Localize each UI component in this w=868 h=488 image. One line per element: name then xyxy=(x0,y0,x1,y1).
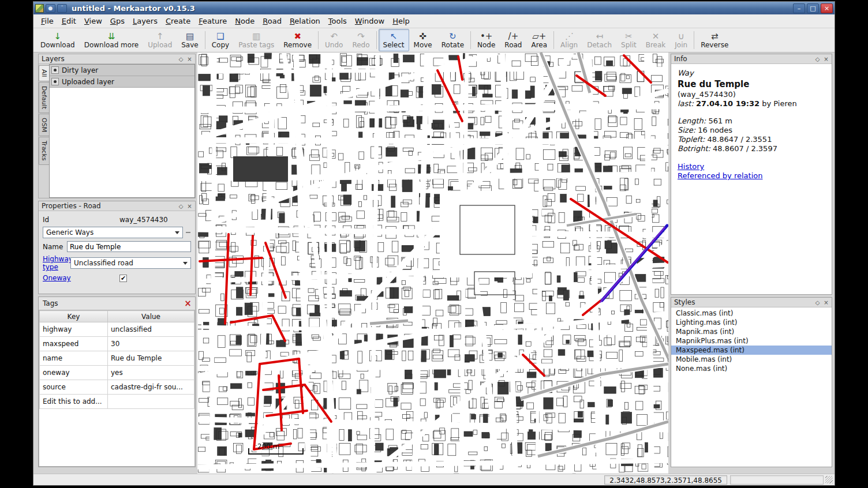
tag-key[interactable]: oneway xyxy=(40,366,108,380)
tags-panel-title: Tags xyxy=(43,299,58,307)
minimize-button[interactable]: – xyxy=(793,3,805,13)
tag-key[interactable]: source xyxy=(40,380,108,395)
window-menu-button[interactable]: ● xyxy=(46,4,55,13)
menu-tools[interactable]: Tools xyxy=(324,15,351,27)
rotate-tool-button[interactable]: ↻ Rotate xyxy=(437,29,469,51)
menu-help[interactable]: Help xyxy=(388,15,414,27)
copy-button[interactable]: ❑ Copy xyxy=(207,29,234,51)
redo-icon: ↷ xyxy=(357,32,365,42)
title-bar[interactable]: ● ˆ untitled - Merkaartor v0.15.3 – □ × xyxy=(33,2,835,14)
styles-item-mobile[interactable]: Mobile.mas (int) xyxy=(671,355,832,364)
tag-row-add[interactable]: Edit this to add... xyxy=(40,395,194,409)
menu-create[interactable]: Create xyxy=(162,15,194,27)
layers-tab-tracks[interactable]: Tracks xyxy=(39,137,49,165)
highway-type-combo[interactable]: Unclassified road xyxy=(70,257,191,269)
referenced-by-relation-link[interactable]: Referenced by relation xyxy=(678,171,825,181)
dock-float-icon[interactable]: ◇ xyxy=(813,298,822,306)
tag-value[interactable]: cadastre-dgi-fr sou... xyxy=(108,380,194,395)
styles-item-mapnik[interactable]: Mapnik.mas (int) xyxy=(671,327,832,336)
menu-node[interactable]: Node xyxy=(231,15,259,27)
layers-tab-default[interactable]: Default xyxy=(39,82,49,113)
dock-close-icon[interactable]: × xyxy=(185,55,194,63)
menu-view[interactable]: View xyxy=(80,15,106,27)
styles-item-mapnikplus[interactable]: MapnikPlus.mas (int) xyxy=(671,336,832,346)
tag-key[interactable]: maxspeed xyxy=(40,337,108,351)
styles-item-lighting[interactable]: Lighting.mas (int) xyxy=(671,318,832,327)
menu-file[interactable]: File xyxy=(37,15,58,27)
tag-value[interactable]: 30 xyxy=(108,337,194,351)
tags-close-icon[interactable]: × xyxy=(183,299,193,309)
resize-grip[interactable] xyxy=(825,476,833,483)
tag-row-source[interactable]: source cadastre-dgi-fr sou... xyxy=(40,380,194,395)
styles-item-maxspeed[interactable]: Maxspeed.mas (int) xyxy=(671,346,832,355)
tag-key[interactable]: highway xyxy=(40,322,108,337)
tag-key[interactable]: name xyxy=(40,351,108,366)
status-extra-box xyxy=(730,475,824,485)
layer-item-uploaded[interactable]: Uploaded layer xyxy=(50,76,194,88)
tag-value[interactable]: unclassified xyxy=(108,322,194,337)
road-tool-button[interactable]: /+ Road xyxy=(500,29,526,51)
download-button[interactable]: ↓ Download xyxy=(36,29,80,51)
styles-item-none[interactable]: None.mas (int) xyxy=(671,364,832,373)
move-icon: ✜ xyxy=(419,32,426,42)
dock-close-icon[interactable]: × xyxy=(822,55,830,63)
area-tool-button[interactable]: ▱+ Area xyxy=(526,29,552,51)
window-shade-button[interactable]: ˆ xyxy=(57,4,67,13)
menu-window[interactable]: Window xyxy=(351,15,388,27)
move-label: Move xyxy=(414,42,432,49)
upload-button: ↑ Upload xyxy=(143,29,177,51)
tag-row-maxspeed[interactable]: maxspeed 30 xyxy=(40,337,194,351)
area-label: Area xyxy=(531,42,547,49)
menu-feature[interactable]: Feature xyxy=(194,15,231,27)
maximize-button[interactable]: □ xyxy=(807,3,819,13)
layers-tab-osm[interactable]: OSM xyxy=(39,114,49,136)
styles-item-classic[interactable]: Classic.mas (int) xyxy=(671,309,832,318)
tag-value-empty[interactable] xyxy=(108,395,194,409)
name-input[interactable] xyxy=(67,241,191,252)
layer-visibility-icon[interactable] xyxy=(51,78,59,85)
close-button[interactable]: × xyxy=(821,3,833,13)
tag-value[interactable]: yes xyxy=(108,366,194,380)
reverse-button[interactable]: ⇄ Reverse xyxy=(696,29,733,51)
oneway-link[interactable]: Oneway xyxy=(43,274,119,282)
topleft-value: 48.8647 / 2.3551 xyxy=(708,135,772,144)
tag-row-name[interactable]: name Rue du Temple xyxy=(40,351,194,366)
dock-close-icon[interactable]: × xyxy=(185,202,194,210)
map-view[interactable]: 200 m xyxy=(197,52,668,474)
menu-road[interactable]: Road xyxy=(259,15,286,27)
area-icon: ▱+ xyxy=(532,32,546,42)
tag-value[interactable]: Rue du Temple xyxy=(108,351,194,366)
menu-edit[interactable]: Edit xyxy=(58,15,80,27)
map-canvas[interactable] xyxy=(197,52,668,474)
history-link[interactable]: History xyxy=(678,162,825,171)
node-tool-button[interactable]: •+ Node xyxy=(473,29,500,51)
layer-visibility-icon[interactable] xyxy=(51,66,59,74)
save-button[interactable]: ▤ Save xyxy=(177,29,203,51)
tag-add-placeholder[interactable]: Edit this to add... xyxy=(40,395,108,409)
splitter-dash xyxy=(186,232,190,233)
dock-close-icon[interactable]: × xyxy=(822,298,830,306)
tag-row-oneway[interactable]: oneway yes xyxy=(40,366,194,380)
rotate-icon: ↻ xyxy=(449,32,457,42)
menu-gps[interactable]: Gps xyxy=(106,15,129,27)
break-label: Break xyxy=(646,42,666,49)
toolbar-separator xyxy=(694,31,694,49)
download-more-button[interactable]: ⇊ Download more xyxy=(80,29,144,51)
remove-button[interactable]: ✖ Remove xyxy=(279,29,316,51)
scale-label: 200 m xyxy=(257,442,304,451)
menu-layers[interactable]: Layers xyxy=(129,15,162,27)
tag-row-highway[interactable]: highway unclassified xyxy=(40,322,194,337)
menu-relation[interactable]: Relation xyxy=(286,15,324,27)
highway-type-link[interactable]: Highway type xyxy=(43,255,70,271)
feature-type-combo[interactable]: Generic Ways xyxy=(43,227,183,238)
layers-tab-all[interactable]: All xyxy=(39,65,49,81)
dock-float-icon[interactable]: ◇ xyxy=(177,55,185,63)
oneway-checkbox[interactable]: ✔ xyxy=(119,275,127,282)
select-tool-button[interactable]: ↖ Select xyxy=(379,29,409,51)
layer-item-dirty[interactable]: Dirty layer xyxy=(50,65,194,76)
move-tool-button[interactable]: ✜ Move xyxy=(409,29,437,51)
download-icon: ↓ xyxy=(54,32,62,42)
dock-float-icon[interactable]: ◇ xyxy=(177,202,185,210)
dock-float-icon[interactable]: ◇ xyxy=(813,55,822,63)
join-label: Join xyxy=(675,42,687,49)
